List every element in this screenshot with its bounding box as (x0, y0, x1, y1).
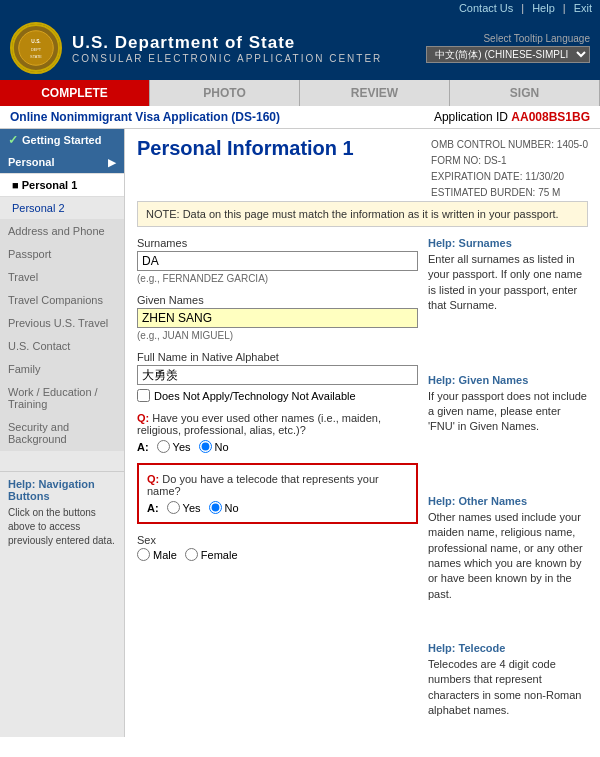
header-title: U.S. Department of State CONSULAR ELECTR… (72, 33, 382, 64)
exit-link[interactable]: Exit (574, 2, 592, 14)
other-names-no-label: No (215, 441, 229, 453)
other-names-no-option[interactable]: No (199, 440, 229, 453)
svg-text:STATE: STATE (30, 55, 42, 59)
dept-subtitle: CONSULAR ELECTRONIC APPLICATION CENTER (72, 53, 382, 64)
other-names-yes-label: Yes (173, 441, 191, 453)
sidebar-item-work-education[interactable]: Work / Education / Training (0, 381, 124, 416)
sex-female-radio[interactable] (185, 548, 198, 561)
sex-female-option[interactable]: Female (185, 548, 238, 561)
help-surnames-title: Help: Surnames (428, 237, 588, 249)
other-names-question: Q: Have you ever used other names (i.e.,… (137, 412, 418, 436)
sidebar-item-travel[interactable]: Travel (0, 266, 124, 289)
sidebar-item-address[interactable]: Address and Phone (0, 220, 124, 243)
given-names-row: Given Names (e.g., JUAN MIGUEL) (137, 294, 418, 341)
surnames-label: Surnames (137, 237, 418, 249)
tab-review[interactable]: REVIEW (300, 80, 450, 106)
header: U.S. DEPT STATE U.S. Department of State… (0, 16, 600, 80)
sex-label: Sex (137, 534, 418, 546)
svg-text:DEPT: DEPT (31, 48, 42, 52)
sidebar-getting-started: ✓ Getting Started (0, 129, 124, 151)
note-box: NOTE: Data on this page must match the i… (137, 201, 588, 227)
sidebar-help-title: Help: Navigation Buttons (8, 478, 116, 502)
native-name-input[interactable] (137, 365, 418, 385)
sidebar-item-us-contact[interactable]: U.S. Contact (0, 335, 124, 358)
help-given-names: Help: Given Names If your passport does … (428, 374, 588, 435)
content-left: Surnames (e.g., FERNANDEZ GARCIA) Given … (137, 237, 418, 729)
telecode-q-label: Q: (147, 473, 159, 485)
does-not-apply-row: Does Not Apply/Technology Not Available (137, 389, 418, 402)
tab-photo[interactable]: PHOTO (150, 80, 300, 106)
sidebar-item-previous-travel[interactable]: Previous U.S. Travel (0, 312, 124, 335)
telecode-yes-option[interactable]: Yes (167, 501, 201, 514)
sex-male-radio[interactable] (137, 548, 150, 561)
other-names-a-label: A: (137, 441, 149, 453)
other-names-q-text: Have you ever used other names (i.e., ma… (137, 412, 381, 436)
sex-male-option[interactable]: Male (137, 548, 177, 561)
other-names-yes-radio[interactable] (157, 440, 170, 453)
content-right: Help: Surnames Enter all surnames as lis… (428, 237, 588, 729)
help-other-names: Help: Other Names Other names used inclu… (428, 495, 588, 602)
main-layout: ✓ Getting Started Personal ■ Personal 1 … (0, 129, 600, 737)
header-right: Select Tooltip Language 中文(简体) (CHINESE-… (426, 33, 590, 63)
telecode-no-label: No (225, 502, 239, 514)
omb-info: OMB CONTROL NUMBER: 1405-0 FORM NO: DS-1… (431, 137, 588, 201)
surnames-input[interactable] (137, 251, 418, 271)
help-surnames: Help: Surnames Enter all surnames as lis… (428, 237, 588, 314)
contact-us-link[interactable]: Contact Us (459, 2, 513, 14)
sidebar-item-personal2[interactable]: Personal 2 (0, 197, 124, 220)
given-names-hint: (e.g., JUAN MIGUEL) (137, 330, 418, 341)
telecode-question: Q: Do you have a telecode that represent… (147, 473, 408, 497)
tab-complete[interactable]: COMPLETE (0, 80, 150, 106)
sex-male-label: Male (153, 549, 177, 561)
telecode-highlighted-box: Q: Do you have a telecode that represent… (137, 463, 418, 524)
content-columns: Surnames (e.g., FERNANDEZ GARCIA) Given … (137, 237, 588, 729)
sex-row: Sex Male Female (137, 534, 418, 561)
other-names-q-label: Q: (137, 412, 149, 424)
other-names-qa: Q: Have you ever used other names (i.e.,… (137, 412, 418, 453)
tab-sign[interactable]: SIGN (450, 80, 600, 106)
sidebar-item-travel-companions[interactable]: Travel Companions (0, 289, 124, 312)
tooltip-label: Select Tooltip Language (483, 33, 590, 44)
help-telecode-title: Help: Telecode (428, 642, 588, 654)
sidebar-item-personal[interactable]: Personal (0, 151, 124, 174)
sidebar-help-text: Click on the buttons above to access pre… (8, 506, 116, 548)
surnames-hint: (e.g., FERNANDEZ GARCIA) (137, 273, 418, 284)
top-bar: Contact Us | Help | Exit (0, 0, 600, 16)
other-names-yes-option[interactable]: Yes (157, 440, 191, 453)
app-info-bar: Online Nonimmigrant Visa Application (DS… (0, 106, 600, 129)
help-telecode-text: Telecodes are 4 digit code numbers that … (428, 657, 588, 719)
sidebar-help: Help: Navigation Buttons Click on the bu… (0, 471, 124, 554)
telecode-answer: A: Yes No (147, 501, 408, 514)
help-surnames-text: Enter all surnames as listed in your pas… (428, 252, 588, 314)
given-names-input[interactable] (137, 308, 418, 328)
sidebar-item-security[interactable]: Security and Background (0, 416, 124, 451)
sidebar: ✓ Getting Started Personal ■ Personal 1 … (0, 129, 125, 737)
other-names-no-radio[interactable] (199, 440, 212, 453)
sidebar-item-passport[interactable]: Passport (0, 243, 124, 266)
telecode-a-label: A: (147, 502, 159, 514)
surnames-row: Surnames (e.g., FERNANDEZ GARCIA) (137, 237, 418, 284)
telecode-no-radio[interactable] (209, 501, 222, 514)
given-names-label: Given Names (137, 294, 418, 306)
svg-text:U.S.: U.S. (31, 39, 40, 44)
telecode-no-option[interactable]: No (209, 501, 239, 514)
help-other-names-text: Other names used include your maiden nam… (428, 510, 588, 602)
other-names-answer: A: Yes No (137, 440, 418, 453)
bullet-icon: ■ (12, 179, 22, 191)
telecode-yes-radio[interactable] (167, 501, 180, 514)
sidebar-item-family[interactable]: Family (0, 358, 124, 381)
seal-logo: U.S. DEPT STATE (10, 22, 62, 74)
sidebar-item-personal1[interactable]: ■ Personal 1 (0, 174, 124, 197)
sex-options: Male Female (137, 548, 418, 561)
language-select[interactable]: 中文(简体) (CHINESE-SIMPLI (426, 46, 590, 63)
help-telecode: Help: Telecode Telecodes are 4 digit cod… (428, 642, 588, 719)
does-not-apply-label: Does Not Apply/Technology Not Available (154, 390, 356, 402)
does-not-apply-checkbox[interactable] (137, 389, 150, 402)
sex-female-label: Female (201, 549, 238, 561)
content-area: OMB CONTROL NUMBER: 1405-0 FORM NO: DS-1… (125, 129, 600, 737)
app-id: Application ID AA008BS1BG (434, 110, 590, 124)
progress-tabs: COMPLETE PHOTO REVIEW SIGN (0, 80, 600, 106)
native-name-label: Full Name in Native Alphabet (137, 351, 418, 363)
telecode-q-text: Do you have a telecode that represents y… (147, 473, 379, 497)
help-link[interactable]: Help (532, 2, 555, 14)
